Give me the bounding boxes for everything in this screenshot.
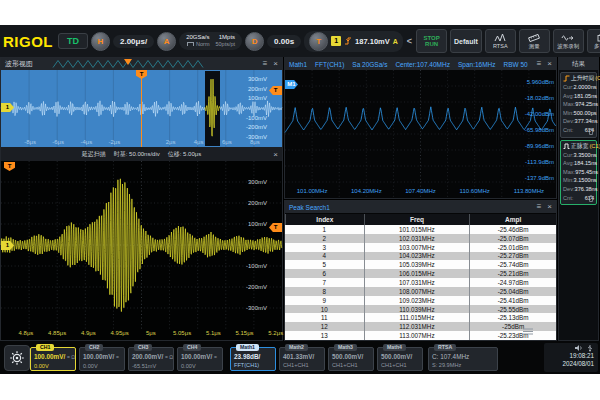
peak-freq: 107.031MHz <box>364 278 470 287</box>
channel-status-ch2[interactable]: CH2100.00mV/ =0.00V <box>79 347 125 371</box>
measure-stat-value: 500.00ps <box>574 109 597 118</box>
timebase-strip[interactable] <box>53 59 203 69</box>
measure-panel-title: 正脉宽(C1) <box>563 142 594 151</box>
channel-scale: 100.00mV/ = Ω <box>34 352 72 362</box>
top-toolbar: RIGOL TD H 2.00μs/ A 20GSa/s Norm 1Mpts … <box>0 25 600 57</box>
math-status-math4[interactable]: Math4500.00mV/CH1+CH1 <box>377 347 423 371</box>
table-row[interactable]: 11111.015MHz-25.13dBm <box>285 313 556 322</box>
peak-index: 12 <box>285 322 364 331</box>
table-row[interactable]: 7107.031MHz-24.97dBm <box>285 278 556 287</box>
settings-button[interactable] <box>4 345 30 371</box>
measure-stat-label: Avg: <box>563 92 574 101</box>
table-row[interactable]: 12112.031MHz-25dBm <box>285 322 556 331</box>
close-icon[interactable]: × <box>547 60 552 68</box>
measure-channel: (C1) <box>595 74 600 83</box>
table-row[interactable]: 5105.039MHz-25.74dBm <box>285 260 556 269</box>
acquire-info[interactable]: 20GSa/s Norm 1Mpts 50pts/pt <box>179 32 242 50</box>
zoom-waveform-view[interactable]: T 1 T 300mV200mV100mV-100mV-200mV-300mV4… <box>1 161 282 340</box>
table-row[interactable]: 10110.039MHz-25.55dBm <box>285 305 556 314</box>
default-button[interactable]: Default <box>450 29 482 53</box>
run-stop-button[interactable]: STOPRUN <box>416 29 447 53</box>
measure-stat-value: 2.0000ns <box>574 83 597 92</box>
channel-status-ch3[interactable]: CH3200.00mV/ = Ω-65.51mV <box>128 347 174 371</box>
math-status-math3[interactable]: Math3500.00mV/CH1+CH1 <box>328 347 374 371</box>
menu-icon[interactable]: ≡ <box>537 60 542 68</box>
delayed-sweep-offset: 位移: 5.00μs <box>168 150 201 159</box>
table-row[interactable]: 9109.023MHz-25.41dBm <box>285 296 556 305</box>
delay-value[interactable]: 0.00s <box>267 35 301 48</box>
acq-mode-indicator[interactable]: TD <box>58 33 88 49</box>
fft-center: Center:107.40MHz <box>395 61 450 68</box>
measure-row: Max:975.45ns <box>563 168 594 177</box>
table-row[interactable]: 1101.015MHz-25.46dBm <box>285 225 556 234</box>
fft-func: FFT(CH1) <box>315 61 344 68</box>
zoom-time-label: 5.1μs <box>202 330 224 336</box>
results-sidebar: 结果 上升时间(C1)Cur:2.0000nsAvg:181.05nsMax:9… <box>558 57 599 341</box>
coupling-impedance-icons: = <box>214 354 217 360</box>
waveform-record-button[interactable]: 波形录制 <box>553 29 584 53</box>
math-status-math2[interactable]: Math2401.33mV/CH1+CH1 <box>279 347 325 371</box>
channel-status-ch1[interactable]: CH1100.00mV/ = Ω0.00V <box>30 347 76 371</box>
table-scroll-icon[interactable] <box>522 327 534 336</box>
memory-depth: 1Mpts <box>219 34 235 41</box>
menu-icon[interactable]: ≡ <box>263 60 268 68</box>
measure-panel-title: 上升时间(C1) <box>563 74 594 83</box>
measure-row: Dev:376.38ns <box>563 185 594 194</box>
close-icon[interactable]: × <box>547 203 552 211</box>
delete-measure-icon[interactable] <box>588 128 594 135</box>
measure-channel: (C1) <box>589 142 600 151</box>
channel-offset: 0.00V <box>83 362 121 370</box>
horizontal-knob[interactable]: H <box>91 32 110 51</box>
toolbar-scroll-left[interactable]: < <box>406 36 413 46</box>
table-row[interactable]: 2102.031MHz-25.07dBm <box>285 234 556 243</box>
math-scale: 401.33mV/ <box>283 352 321 361</box>
rtsa-button[interactable]: RTSA <box>485 29 516 53</box>
multi-window-button[interactable]: 多窗口 <box>587 29 600 53</box>
menu-icon[interactable]: ≡ <box>537 203 542 211</box>
acquire-knob[interactable]: A <box>157 32 176 51</box>
zoom-time-label: 4.9μs <box>77 330 99 336</box>
measure-button[interactable]: 测量 <box>519 29 550 53</box>
timebase-value[interactable]: 2.00μs/ <box>113 35 154 48</box>
volume-icon[interactable] <box>574 344 583 352</box>
peak-freq: 101.015MHz <box>364 225 470 234</box>
peak-index: 3 <box>285 243 364 252</box>
math-func: CH1+CH1 <box>332 361 370 369</box>
fft-panel-header: Math1 FFT(CH1) Sa 20GSa/s Center:107.40M… <box>285 58 556 70</box>
table-row[interactable]: 4104.023MHz-25.27dBm <box>285 252 556 261</box>
measure-panel-2[interactable]: 正脉宽(C1)Cur:3.3500nsAvg:184.15nsMax:975.4… <box>560 140 597 206</box>
zoom-time-label: 5.15μs <box>234 330 256 336</box>
close-icon[interactable]: × <box>273 150 278 159</box>
measure-row: Avg:184.15ns <box>563 159 594 168</box>
fft-plot[interactable]: M1 5.960dBm-18.02dBm-42.00dBm-65.98dBm-8… <box>285 70 556 198</box>
table-row[interactable]: 8108.007MHz-25.04dBm <box>285 287 556 296</box>
table-row[interactable]: 6106.015MHz-25.21dBm <box>285 269 556 278</box>
measure-row: Avg:181.05ns <box>563 92 594 101</box>
math-scale: 500.00mV/ <box>381 352 419 361</box>
math-scale: 500.00mV/ <box>332 352 370 361</box>
delete-measure-icon[interactable] <box>588 195 594 202</box>
delay-knob[interactable]: D <box>245 32 264 51</box>
measure-stat-label: Cnt: <box>563 194 573 203</box>
peak-ampl: -24.97dBm <box>469 278 556 287</box>
peak-table: IndexFreqAmpl 1101.015MHz-25.46dBm2102.0… <box>285 214 556 340</box>
math-status-math1[interactable]: Math123.98dB/FFT(CH1) <box>230 347 276 371</box>
close-icon[interactable]: × <box>273 60 278 68</box>
measure-stat-label: Max: <box>563 168 575 177</box>
table-row[interactable]: 3103.007MHz-25.01dBm <box>285 243 556 252</box>
trigger-knob[interactable]: T <box>309 32 328 51</box>
usb-icon[interactable] <box>586 344 594 352</box>
results-title: 结果 <box>559 58 598 70</box>
peak-ampl: -25.13dBm <box>469 313 556 322</box>
measure-stat-value: 3.3500ns <box>574 151 597 160</box>
math-func: FFT(CH1) <box>234 361 272 369</box>
delayed-sweep-timebase: 时基: 50.00ns/div <box>114 150 160 159</box>
peak-search-panel: Peak Search1 ≡ × IndexFreqAmpl 1101.015M… <box>284 200 557 341</box>
channel-status-ch4[interactable]: CH4100.00mV/ =0.00V <box>177 347 223 371</box>
waveform-overview[interactable]: T 1 T 300mV200mV100mV-100mV-200mV-300mV-… <box>1 70 282 147</box>
measure-panel-1[interactable]: 上升时间(C1)Cur:2.0000nsAvg:181.05nsMax:974.… <box>560 72 597 138</box>
table-row[interactable]: 13113.007MHz-25.23dBm <box>285 331 556 340</box>
trigger-cluster[interactable]: T 1 187.10mV A <box>304 31 403 52</box>
rtsa-status-box[interactable]: RTSA C: 107.4MHz S: 29.9MHz <box>428 347 498 371</box>
zoom-time-label: 5μs <box>140 330 162 336</box>
